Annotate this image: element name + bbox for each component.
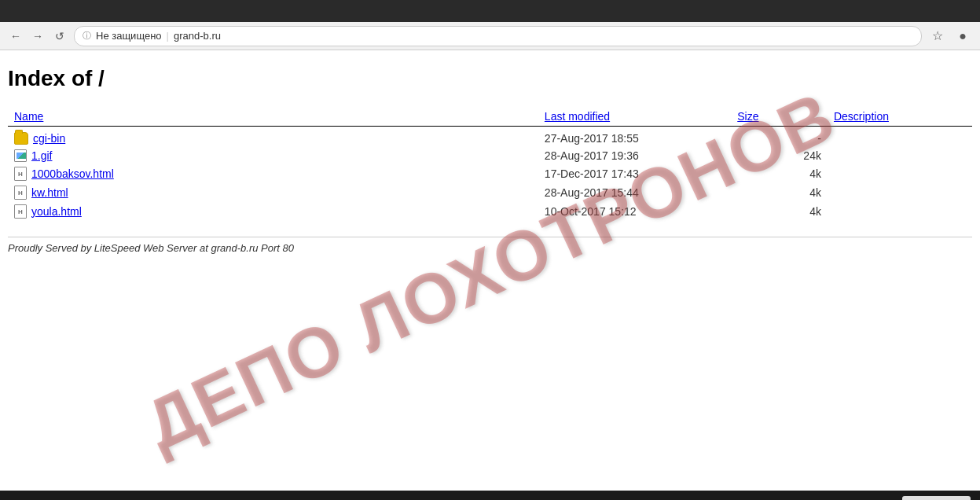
top-bar [0,0,980,22]
forward-button[interactable]: → [30,28,46,44]
file-size: 24k [731,147,828,164]
file-icon: H [14,167,27,181]
file-link[interactable]: youla.html [31,205,82,218]
file-icon: H [14,204,27,219]
back-button[interactable]: ← [8,28,24,44]
reload-button[interactable]: ↺ [52,28,68,44]
directory-table: Name Last modified Size Description cgi-… [8,107,972,221]
brand-badge: Baxov.Net [902,496,971,500]
file-link[interactable]: kw.html [31,186,68,199]
file-modified: 27-Aug-2017 18:55 [538,130,731,147]
page-content: ДЕПО ЛОХОТРОНОВ Index of / Name Last mod… [0,50,980,491]
file-size: 4k [731,183,828,202]
url-display: grand-b.ru [174,30,221,42]
column-modified-link[interactable]: Last modified [545,110,610,123]
file-size: 4k [731,202,828,221]
bookmark-button[interactable]: ☆ [928,27,947,46]
image-icon [14,149,27,162]
file-modified: 28-Aug-2017 19:36 [538,147,731,164]
url-separator: | [167,30,169,42]
table-row: H1000baksov.html17-Dec-2017 17:434k [8,164,972,183]
security-icon: ⓘ [83,30,91,42]
file-link[interactable]: 1.gif [31,149,52,162]
bottom-bar: Baxov.Net [0,491,980,500]
security-label: Не защищено [96,30,162,42]
file-icon: H [14,186,27,200]
file-modified: 28-Aug-2017 15:44 [538,183,731,202]
table-row: 1.gif28-Aug-2017 19:3624k [8,147,972,164]
file-description [828,202,972,221]
file-size: 4k [731,164,828,183]
file-description [828,147,972,164]
file-size: - [731,130,828,147]
address-bar[interactable]: ⓘ Не защищено | grand-b.ru [74,26,922,46]
file-link[interactable]: 1000baksov.html [31,167,114,180]
page-title: Index of / [8,66,972,91]
column-size-link[interactable]: Size [737,110,758,123]
table-row: Hyoula.html10-Oct-2017 15:124k [8,202,972,221]
profile-button[interactable]: ● [953,27,972,46]
file-modified: 10-Oct-2017 15:12 [538,202,731,221]
file-description [828,183,972,202]
file-modified: 17-Dec-2017 17:43 [538,164,731,183]
browser-actions: ☆ ● [928,27,972,46]
server-footer: Proudly Served by LiteSpeed Web Server a… [8,237,972,259]
folder-icon [14,132,28,145]
file-link[interactable]: cgi-bin [33,132,65,145]
table-row: Hkw.html28-Aug-2017 15:444k [8,183,972,202]
column-desc-link[interactable]: Description [834,110,889,123]
table-row: cgi-bin27-Aug-2017 18:55- [8,130,972,147]
file-description [828,164,972,183]
column-name-link[interactable]: Name [14,110,43,123]
file-description [828,130,972,147]
browser-chrome: ← → ↺ ⓘ Не защищено | grand-b.ru ☆ ● [0,22,980,50]
